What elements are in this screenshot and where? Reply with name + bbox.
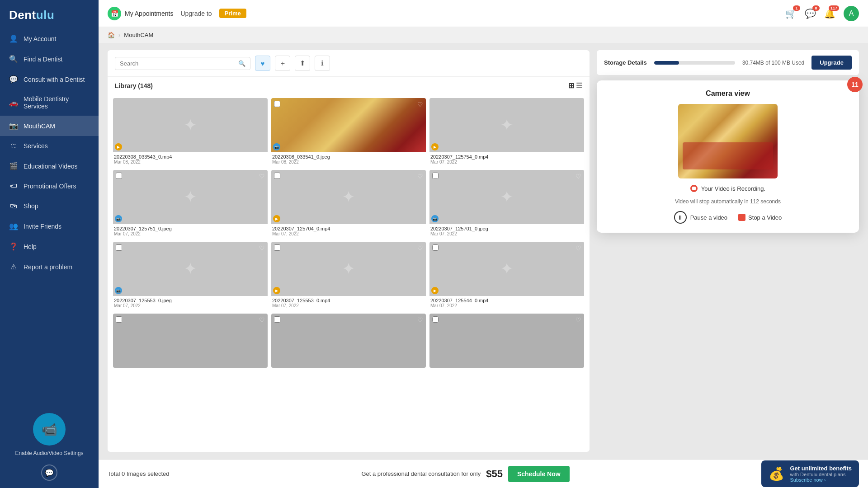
sidebar-item-help[interactable]: ❓ Help: [0, 236, 99, 257]
media-name: 20220307_125544_0.mp4: [430, 298, 583, 303]
media-checkbox[interactable]: [116, 244, 122, 251]
cart-badge: 1: [793, 5, 800, 11]
favorite-icon[interactable]: ♡: [576, 316, 581, 324]
list-item[interactable]: ♡ ✦ ▶ 20220307_125553_0.mp4 Mar 07, 2022: [271, 242, 426, 310]
favorite-filter-button[interactable]: ♥: [255, 56, 270, 71]
list-item[interactable]: ♡: [113, 314, 268, 368]
sidebar-item-shop[interactable]: 🛍 Shop: [0, 196, 99, 216]
breadcrumb-home[interactable]: 🏠: [108, 32, 115, 38]
appointments-icon: 📅: [108, 7, 121, 20]
topbar-right: 🛒 1 💬 0 🔔 117 A: [785, 6, 859, 21]
favorite-icon[interactable]: ♡: [259, 244, 265, 252]
list-item[interactable]: ♡ ✦ ▶ 20220307_125704_0.mp4 Mar 07, 2022: [271, 170, 426, 238]
favorite-icon[interactable]: ♡: [417, 101, 423, 108]
promo-text: Get unlimited benefits with Dentulu dent…: [790, 465, 852, 483]
info-button[interactable]: ℹ: [315, 56, 330, 71]
prime-badge[interactable]: Prime: [219, 9, 246, 18]
media-checkbox[interactable]: [116, 173, 122, 179]
sidebar-item-consult-dentist[interactable]: 💬 Consult with a Dentist: [0, 69, 99, 89]
sidebar-item-find-dentist[interactable]: 🔍 Find a Dentist: [0, 49, 99, 69]
schedule-now-button[interactable]: Schedule Now: [508, 466, 570, 482]
list-item[interactable]: ♡ 📷 20220308_033541_0.jpeg Mar 08, 2022: [271, 98, 426, 166]
invite-friends-icon: 👥: [9, 222, 18, 230]
list-item[interactable]: ✦ ▶ 20220307_125754_0.mp4 Mar 07, 2022: [429, 98, 584, 166]
sidebar-item-promotional-offers[interactable]: 🏷 Promotional Offers: [0, 176, 99, 196]
media-checkbox[interactable]: [432, 173, 439, 179]
user-avatar[interactable]: A: [844, 6, 859, 21]
media-thumbnail: ✦ ▶: [429, 98, 584, 152]
offer-price: $55: [486, 468, 503, 480]
help-icon: ❓: [9, 242, 18, 251]
dental-preview-image: [271, 98, 426, 152]
sidebar-label-mouthcam: MouthCAM: [24, 122, 55, 130]
grid-view-button[interactable]: ⊞: [568, 81, 574, 90]
my-appointments-button[interactable]: 📅 My Appointments: [108, 7, 173, 20]
add-media-button[interactable]: ＋: [275, 56, 290, 71]
media-date: Mar 07, 2022: [430, 160, 583, 164]
media-checkbox[interactable]: [274, 244, 280, 251]
notifications-button[interactable]: 🔔 117: [824, 8, 835, 19]
cart-button[interactable]: 🛒 1: [785, 8, 797, 19]
messages-button[interactable]: 💬 0: [805, 8, 816, 19]
stop-control[interactable]: Stop a Video: [738, 214, 782, 221]
report-problem-icon: ⚠: [9, 263, 18, 271]
search-input[interactable]: [120, 60, 236, 67]
recording-badge: 11: [847, 77, 863, 92]
promo-banner[interactable]: 💰 Get unlimited benefits with Dentulu de…: [761, 460, 859, 487]
media-checkbox[interactable]: [274, 316, 280, 323]
media-checkbox[interactable]: [432, 316, 439, 323]
video-badge: ▶: [273, 215, 280, 222]
media-info: 20220308_033541_0.jpeg Mar 08, 2022: [271, 152, 426, 166]
search-icon: 🔍: [238, 60, 245, 67]
favorite-icon[interactable]: ♡: [576, 173, 581, 180]
sidebar-item-invite-friends[interactable]: 👥 Invite Friends: [0, 216, 99, 236]
recording-text: Your Video is Recording.: [701, 185, 765, 192]
image-badge: 📷: [273, 143, 280, 150]
storage-upgrade-button[interactable]: Upgrade: [811, 56, 852, 70]
media-checkbox[interactable]: [432, 244, 439, 251]
favorite-icon[interactable]: ♡: [417, 173, 423, 180]
media-checkbox[interactable]: [274, 173, 280, 179]
favorite-icon[interactable]: ♡: [259, 316, 265, 324]
favorite-icon[interactable]: ♡: [259, 173, 265, 180]
upgrade-to-text: Upgrade to: [180, 10, 212, 17]
sidebar-item-my-account[interactable]: 👤 My Account: [0, 28, 99, 49]
media-info: 20220307_125544_0.mp4 Mar 07, 2022: [429, 296, 584, 310]
media-checkbox[interactable]: [116, 316, 122, 323]
notifications-badge: 117: [829, 5, 839, 11]
chat-button[interactable]: 💬: [41, 465, 57, 481]
media-info: 20220307_125553_0.jpeg Mar 07, 2022: [113, 296, 268, 310]
list-item[interactable]: ♡ ✦ ▶ 20220307_125544_0.mp4 Mar 07, 2022: [429, 242, 584, 310]
sidebar-item-mouthcam[interactable]: 📷 MouthCAM: [0, 116, 99, 136]
favorite-icon[interactable]: ♡: [417, 316, 423, 324]
list-item[interactable]: ♡: [271, 314, 426, 368]
list-item[interactable]: ♡ ✦ 📷 20220307_125553_0.jpeg Mar 07, 202…: [113, 242, 268, 310]
audio-video-button[interactable]: 📹: [33, 413, 66, 446]
library-header: Library (148) ⊞ ☰: [108, 77, 590, 94]
sidebar-item-services[interactable]: 🗂 Services: [0, 136, 99, 156]
media-thumbnail: ♡ ✦ ▶: [271, 170, 426, 224]
media-checkbox[interactable]: [274, 101, 280, 107]
list-view-button[interactable]: ☰: [576, 81, 582, 90]
sidebar-item-educational-videos[interactable]: 🎬 Educational Videos: [0, 156, 99, 176]
library-title: Library (148): [115, 82, 153, 89]
favorite-icon[interactable]: ♡: [576, 244, 581, 252]
selected-count: Total 0 Images selected: [108, 470, 170, 477]
promo-subscribe-link[interactable]: Subscribe now ›: [790, 477, 852, 483]
media-info: 20220307_125701_0.jpeg Mar 07, 2022: [429, 224, 584, 238]
media-name: 20220308_033543_0.mp4: [114, 154, 267, 160]
pause-button[interactable]: ⏸: [674, 211, 687, 224]
sidebar-item-report-problem[interactable]: ⚠ Report a problem: [0, 257, 99, 277]
camera-controls: ⏸ Pause a video Stop a Video: [674, 211, 782, 224]
favorite-icon[interactable]: ♡: [417, 244, 423, 252]
list-item[interactable]: ♡ ✦ 📷 20220307_125751_0.jpeg Mar 07, 202…: [113, 170, 268, 238]
sidebar-item-mobile-dentistry[interactable]: 🚗 Mobile Dentistry Services: [0, 89, 99, 116]
list-item[interactable]: ♡: [429, 314, 584, 368]
list-item[interactable]: ♡ ✦ 📷 20220307_125701_0.jpeg Mar 07, 202…: [429, 170, 584, 238]
media-thumbnail: ✦ ▶: [113, 98, 268, 152]
media-thumbnail: ♡: [113, 314, 268, 368]
list-item[interactable]: ✦ ▶ 20220308_033543_0.mp4 Mar 08, 2022: [113, 98, 268, 166]
upload-button[interactable]: ⬆: [295, 56, 310, 71]
media-name: 20220307_125754_0.mp4: [430, 154, 583, 160]
right-panel: Storage Details 30.74MB of 100 MB Used U…: [597, 50, 859, 452]
